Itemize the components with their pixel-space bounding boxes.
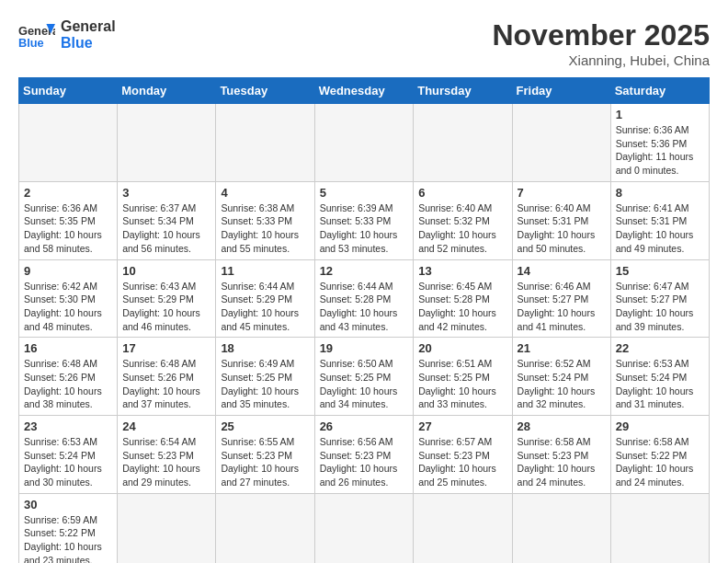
calendar-cell: 23Sunrise: 6:53 AM Sunset: 5:24 PM Dayli… [19, 416, 118, 494]
logo-blue: Blue [61, 35, 116, 52]
logo-icon: General Blue [18, 20, 55, 50]
day-info: Sunrise: 6:42 AM Sunset: 5:30 PM Dayligh… [24, 280, 112, 334]
day-info: Sunrise: 6:47 AM Sunset: 5:27 PM Dayligh… [616, 280, 704, 334]
calendar-cell: 8Sunrise: 6:41 AM Sunset: 5:31 PM Daylig… [610, 181, 709, 259]
day-number: 24 [122, 419, 210, 433]
day-info: Sunrise: 6:37 AM Sunset: 5:34 PM Dayligh… [122, 201, 210, 256]
day-number: 25 [221, 419, 309, 433]
day-number: 17 [122, 341, 210, 355]
calendar-cell [314, 104, 414, 182]
day-number: 1 [616, 108, 704, 121]
day-number: 5 [320, 186, 409, 200]
day-info: Sunrise: 6:53 AM Sunset: 5:24 PM Dayligh… [24, 435, 112, 489]
col-header-tuesday: Tuesday [216, 78, 314, 104]
day-info: Sunrise: 6:57 AM Sunset: 5:23 PM Dayligh… [418, 435, 506, 489]
day-number: 12 [320, 264, 409, 278]
calendar-cell [216, 104, 314, 182]
calendar-cell: 19Sunrise: 6:50 AM Sunset: 5:25 PM Dayli… [314, 338, 414, 416]
day-number: 13 [418, 264, 506, 278]
day-info: Sunrise: 6:36 AM Sunset: 5:35 PM Dayligh… [24, 201, 112, 256]
calendar-week-row: 2Sunrise: 6:36 AM Sunset: 5:35 PM Daylig… [19, 181, 710, 259]
day-number: 4 [221, 186, 309, 200]
calendar-cell: 27Sunrise: 6:57 AM Sunset: 5:23 PM Dayli… [414, 416, 512, 494]
day-number: 23 [24, 419, 112, 433]
calendar-cell: 29Sunrise: 6:58 AM Sunset: 5:22 PM Dayli… [610, 416, 709, 494]
calendar-week-row: 30Sunrise: 6:59 AM Sunset: 5:22 PM Dayli… [19, 493, 710, 563]
calendar-cell [118, 104, 216, 182]
calendar-cell: 26Sunrise: 6:56 AM Sunset: 5:23 PM Dayli… [314, 416, 414, 494]
title-block: November 2025 Xianning, Hubei, China [492, 18, 710, 68]
calendar-cell: 11Sunrise: 6:44 AM Sunset: 5:29 PM Dayli… [216, 259, 314, 338]
svg-text:Blue: Blue [18, 35, 44, 49]
calendar-week-row: 1Sunrise: 6:36 AM Sunset: 5:36 PM Daylig… [19, 104, 710, 182]
calendar-cell [610, 493, 709, 563]
day-info: Sunrise: 6:54 AM Sunset: 5:23 PM Dayligh… [122, 435, 210, 489]
calendar-cell [414, 104, 512, 182]
day-info: Sunrise: 6:39 AM Sunset: 5:33 PM Dayligh… [320, 201, 409, 256]
col-header-monday: Monday [118, 78, 216, 104]
logo: General Blue General Blue [18, 18, 116, 51]
day-number: 8 [616, 186, 704, 200]
calendar-cell: 24Sunrise: 6:54 AM Sunset: 5:23 PM Dayli… [118, 416, 216, 494]
day-info: Sunrise: 6:48 AM Sunset: 5:26 PM Dayligh… [24, 357, 112, 411]
calendar-week-row: 23Sunrise: 6:53 AM Sunset: 5:24 PM Dayli… [19, 416, 710, 494]
day-number: 3 [122, 186, 210, 200]
calendar-cell: 18Sunrise: 6:49 AM Sunset: 5:25 PM Dayli… [216, 338, 314, 416]
col-header-thursday: Thursday [414, 78, 512, 104]
calendar-cell [314, 493, 414, 563]
day-info: Sunrise: 6:56 AM Sunset: 5:23 PM Dayligh… [320, 435, 409, 489]
col-header-wednesday: Wednesday [314, 78, 414, 104]
day-number: 22 [616, 341, 704, 355]
calendar-cell [216, 493, 314, 563]
calendar-cell: 5Sunrise: 6:39 AM Sunset: 5:33 PM Daylig… [314, 181, 414, 259]
calendar-cell: 21Sunrise: 6:52 AM Sunset: 5:24 PM Dayli… [512, 338, 610, 416]
col-header-friday: Friday [512, 78, 610, 104]
calendar-cell [414, 493, 512, 563]
calendar-week-row: 9Sunrise: 6:42 AM Sunset: 5:30 PM Daylig… [19, 259, 710, 338]
day-info: Sunrise: 6:53 AM Sunset: 5:24 PM Dayligh… [616, 357, 704, 411]
day-info: Sunrise: 6:43 AM Sunset: 5:29 PM Dayligh… [122, 280, 210, 334]
calendar-cell: 10Sunrise: 6:43 AM Sunset: 5:29 PM Dayli… [118, 259, 216, 338]
day-number: 14 [518, 264, 606, 278]
day-info: Sunrise: 6:40 AM Sunset: 5:31 PM Dayligh… [518, 201, 606, 256]
day-number: 21 [518, 341, 606, 355]
calendar-header-row: SundayMondayTuesdayWednesdayThursdayFrid… [19, 78, 710, 104]
day-number: 29 [616, 419, 704, 433]
calendar-cell [512, 493, 610, 563]
day-info: Sunrise: 6:48 AM Sunset: 5:26 PM Dayligh… [122, 357, 210, 411]
calendar-cell [19, 104, 118, 182]
calendar-cell: 4Sunrise: 6:38 AM Sunset: 5:33 PM Daylig… [216, 181, 314, 259]
day-number: 11 [221, 264, 309, 278]
day-info: Sunrise: 6:46 AM Sunset: 5:27 PM Dayligh… [518, 280, 606, 334]
day-info: Sunrise: 6:41 AM Sunset: 5:31 PM Dayligh… [616, 201, 704, 256]
calendar-cell: 9Sunrise: 6:42 AM Sunset: 5:30 PM Daylig… [19, 259, 118, 338]
calendar-cell: 3Sunrise: 6:37 AM Sunset: 5:34 PM Daylig… [118, 181, 216, 259]
day-number: 30 [24, 498, 112, 511]
calendar-cell: 25Sunrise: 6:55 AM Sunset: 5:23 PM Dayli… [216, 416, 314, 494]
day-info: Sunrise: 6:59 AM Sunset: 5:22 PM Dayligh… [24, 513, 112, 563]
calendar-cell: 22Sunrise: 6:53 AM Sunset: 5:24 PM Dayli… [610, 338, 709, 416]
day-info: Sunrise: 6:40 AM Sunset: 5:32 PM Dayligh… [418, 201, 506, 256]
day-info: Sunrise: 6:36 AM Sunset: 5:36 PM Dayligh… [616, 123, 704, 178]
calendar-cell: 1Sunrise: 6:36 AM Sunset: 5:36 PM Daylig… [610, 104, 709, 182]
calendar-cell: 7Sunrise: 6:40 AM Sunset: 5:31 PM Daylig… [512, 181, 610, 259]
day-number: 10 [122, 264, 210, 278]
calendar-cell: 12Sunrise: 6:44 AM Sunset: 5:28 PM Dayli… [314, 259, 414, 338]
calendar-week-row: 16Sunrise: 6:48 AM Sunset: 5:26 PM Dayli… [19, 338, 710, 416]
calendar-cell: 28Sunrise: 6:58 AM Sunset: 5:23 PM Dayli… [512, 416, 610, 494]
day-info: Sunrise: 6:38 AM Sunset: 5:33 PM Dayligh… [221, 201, 309, 256]
logo-general: General [61, 18, 116, 35]
day-number: 19 [320, 341, 409, 355]
col-header-sunday: Sunday [19, 78, 118, 104]
calendar-cell: 13Sunrise: 6:45 AM Sunset: 5:28 PM Dayli… [414, 259, 512, 338]
day-info: Sunrise: 6:45 AM Sunset: 5:28 PM Dayligh… [418, 280, 506, 334]
location: Xianning, Hubei, China [492, 52, 710, 68]
day-number: 15 [616, 264, 704, 278]
day-info: Sunrise: 6:58 AM Sunset: 5:23 PM Dayligh… [518, 435, 606, 489]
page-header: General Blue General Blue November 2025 … [18, 18, 710, 68]
day-number: 28 [518, 419, 606, 433]
day-info: Sunrise: 6:52 AM Sunset: 5:24 PM Dayligh… [518, 357, 606, 411]
calendar-cell: 2Sunrise: 6:36 AM Sunset: 5:35 PM Daylig… [19, 181, 118, 259]
day-number: 18 [221, 341, 309, 355]
day-number: 9 [24, 264, 112, 278]
